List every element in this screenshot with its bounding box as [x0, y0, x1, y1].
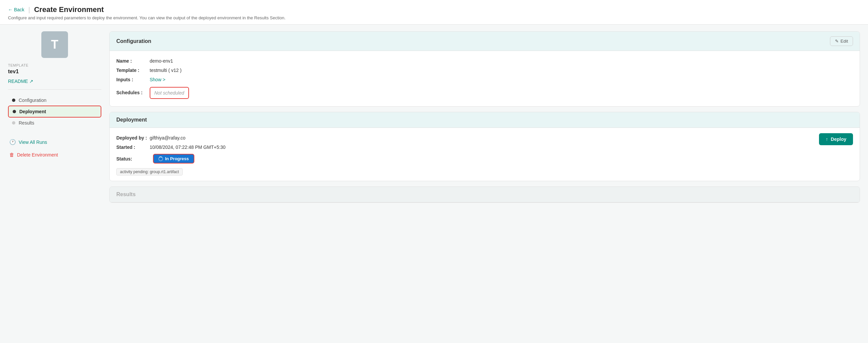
configuration-card: Configuration ✎ Edit Name : demo-env1 Te… — [109, 31, 860, 107]
sidebar-item-results[interactable]: Results — [8, 117, 101, 128]
config-schedules-label: Schedules : — [116, 90, 150, 95]
results-card: Results — [109, 186, 860, 203]
readme-link[interactable]: README ↗ — [8, 78, 33, 84]
inputs-show-text: Show > — [150, 77, 165, 82]
config-schedules-row: Schedules : Not scheduled — [116, 84, 853, 101]
nav-dot-deployment — [13, 110, 16, 113]
nav-dot-results — [12, 121, 16, 125]
sidebar-nav: Configuration Deployment Results — [8, 95, 101, 128]
config-schedules-value: Not scheduled — [154, 90, 184, 96]
sidebar-item-configuration-label: Configuration — [19, 98, 46, 103]
config-inputs-label: Inputs : — [116, 77, 150, 82]
deploy-arrow-icon: ↑ — [826, 137, 828, 142]
deployment-header-row: Deployed by : gifthiya@rafay.co Started … — [116, 133, 853, 175]
status-badge: In Progress — [153, 154, 194, 164]
template-value: tev1 — [8, 69, 101, 75]
delete-environment-label: Delete Environment — [17, 152, 58, 158]
configuration-body: Name : demo-env1 Template : testmulti ( … — [110, 51, 860, 106]
trash-icon: 🗑 — [9, 152, 14, 158]
configuration-section-title: Configuration — [116, 38, 151, 44]
config-name-label: Name : — [116, 58, 150, 64]
deployment-section-header: Deployment — [110, 112, 860, 128]
deploy-button-label: Deploy — [831, 137, 846, 142]
sidebar-item-results-label: Results — [19, 120, 34, 126]
started-label: Started : — [116, 144, 150, 150]
delete-environment-action[interactable]: 🗑 Delete Environment — [8, 149, 101, 160]
page-title: Create Environment — [34, 5, 104, 14]
sidebar-item-deployment-label: Deployment — [19, 109, 46, 114]
config-name-row: Name : demo-env1 — [116, 56, 853, 66]
main-content: Configuration ✎ Edit Name : demo-env1 Te… — [109, 31, 860, 328]
config-template-value: testmulti ( v12 ) — [150, 68, 182, 73]
config-inputs-row: Inputs : Show > — [116, 75, 853, 84]
view-all-runs-action[interactable]: 🕐 View All Runs — [8, 136, 101, 148]
status-row: Status: In Progress — [116, 152, 226, 166]
results-section-header: Results — [110, 187, 860, 203]
deployment-section-title: Deployment — [116, 117, 147, 123]
status-value: In Progress — [165, 156, 189, 161]
sidebar-item-configuration[interactable]: Configuration — [8, 95, 101, 106]
deployment-body: Deployed by : gifthiya@rafay.co Started … — [110, 128, 860, 181]
activity-tag: activity pending: group.rt1.artifact — [116, 168, 183, 175]
deployed-by-label: Deployed by : — [116, 135, 150, 140]
config-template-label: Template : — [116, 68, 150, 73]
deployment-info: Deployed by : gifthiya@rafay.co Started … — [116, 133, 226, 175]
started-value: 10/08/2024, 07:22:48 PM GMT+5:30 — [150, 144, 226, 150]
nav-dot-configuration — [12, 99, 16, 102]
template-label: TEMPLATE — [8, 63, 101, 67]
started-row: Started : 10/08/2024, 07:22:48 PM GMT+5:… — [116, 142, 226, 152]
inputs-show-link[interactable]: Show > — [150, 77, 165, 82]
configuration-section-header: Configuration ✎ Edit — [110, 32, 860, 51]
edit-label: Edit — [841, 39, 848, 44]
spinner-icon — [158, 157, 163, 161]
template-avatar: T — [41, 31, 68, 58]
results-section-title: Results — [116, 192, 136, 197]
readme-label: README — [8, 78, 28, 84]
header-divider: | — [28, 6, 30, 14]
deployment-card: Deployment Deployed by : gifthiya@rafay.… — [109, 112, 860, 181]
view-all-runs-label: View All Runs — [19, 140, 47, 145]
sidebar-actions: 🕐 View All Runs 🗑 Delete Environment — [8, 136, 101, 160]
pencil-icon: ✎ — [835, 39, 839, 44]
clock-icon: 🕐 — [9, 139, 16, 145]
external-link-icon: ↗ — [29, 78, 33, 84]
schedules-box: Not scheduled — [150, 87, 189, 99]
status-label: Status: — [116, 156, 150, 162]
config-name-value: demo-env1 — [150, 58, 173, 64]
edit-button[interactable]: ✎ Edit — [830, 36, 853, 46]
sidebar: T TEMPLATE tev1 README ↗ Configuration D… — [8, 31, 101, 328]
deploy-button[interactable]: ↑ Deploy — [819, 133, 853, 145]
sidebar-divider — [8, 89, 101, 90]
deployed-by-value: gifthiya@rafay.co — [150, 135, 185, 140]
config-template-row: Template : testmulti ( v12 ) — [116, 66, 853, 75]
back-link[interactable]: ← Back — [8, 7, 24, 12]
activity-tag-row: activity pending: group.rt1.artifact — [116, 166, 226, 175]
sidebar-item-deployment[interactable]: Deployment — [8, 106, 101, 117]
deployed-by-row: Deployed by : gifthiya@rafay.co — [116, 133, 226, 142]
page-subtitle: Configure and input required parameters … — [8, 15, 860, 20]
